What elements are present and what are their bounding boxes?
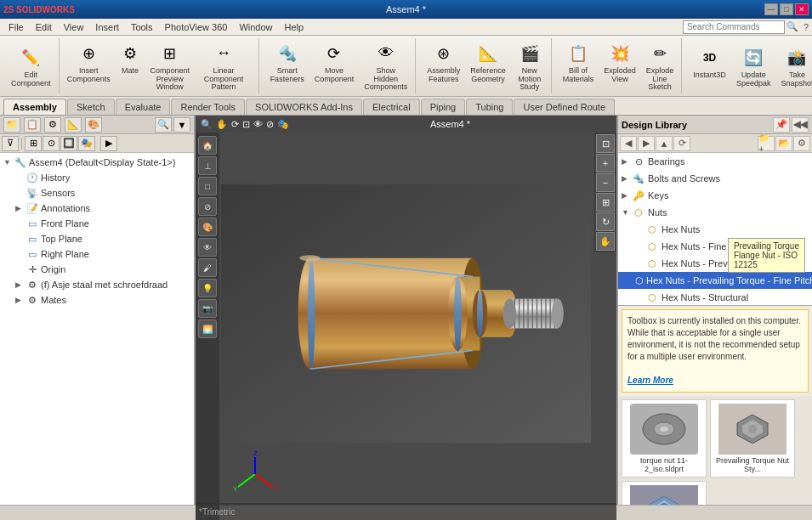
show-hidden-button[interactable]: 👁 ShowHiddenComponents	[360, 37, 412, 95]
tab-solidworks-addins[interactable]: SOLIDWORKS Add-Ins	[246, 99, 362, 115]
search-featuretree-btn[interactable]: 🔍	[155, 117, 172, 133]
feature-tree-root[interactable]: ▼ 🔧 Assem4 (Default<Display State-1>)	[2, 155, 192, 170]
display-manager-btn[interactable]: 🎨	[85, 117, 102, 133]
tab-assembly[interactable]: Assembly	[3, 99, 66, 115]
menu-window[interactable]: Window	[234, 20, 277, 34]
expand-btn[interactable]: ⊞	[25, 136, 42, 151]
close-button[interactable]: ✕	[795, 3, 809, 15]
tab-sketch[interactable]: Sketch	[67, 99, 115, 115]
explode-line-button[interactable]: ✏ ExplodeLineSketch	[642, 37, 679, 95]
dl-settings-btn[interactable]: ⚙	[793, 136, 810, 151]
light-btn[interactable]: 💡	[198, 279, 217, 297]
section-view-icon[interactable]: ⊘	[266, 119, 274, 130]
tab-tubing[interactable]: Tubing	[466, 99, 513, 115]
tab-user-defined-route[interactable]: User Defined Route	[514, 99, 615, 115]
tab-piping[interactable]: Piping	[421, 99, 466, 115]
pan-icon[interactable]: ✋	[216, 119, 228, 130]
appearance-btn-vp[interactable]: 🖌	[198, 258, 217, 277]
display-btn[interactable]: 🎨	[198, 218, 217, 236]
maximize-button[interactable]: □	[780, 3, 793, 15]
linear-pattern-button[interactable]: ↔ Linear ComponentPattern	[193, 37, 255, 95]
appearance-btn[interactable]: 🎭	[78, 136, 95, 151]
home-view-btn[interactable]: 🏠	[198, 136, 217, 155]
learn-more-link[interactable]: Learn More	[627, 376, 673, 385]
feature-origin[interactable]: ✛ Origin	[2, 262, 192, 277]
dl-keys[interactable]: ▶ 🔑 Keys	[618, 187, 812, 204]
dl-up-btn[interactable]: ▲	[656, 136, 673, 151]
take-snapshot-button[interactable]: 📸 TakeSnapshot	[776, 42, 812, 91]
help-icon[interactable]: ?	[803, 22, 809, 32]
menu-help[interactable]: Help	[280, 20, 309, 34]
edit-component-button[interactable]: ✏️ EditComponent	[7, 42, 55, 91]
tab-electrical[interactable]: Electrical	[363, 99, 420, 115]
feature-part[interactable]: ▶ ⚙ (f) Asje staal met schroefdraad	[2, 277, 192, 292]
dl-hex-nuts-prev-fine[interactable]: ⬡ Hex Nuts - Prevailing Torque - Fine Pi…	[618, 272, 812, 289]
update-speedpak-button[interactable]: 🔄 UpdateSpeedpak	[732, 42, 775, 91]
arrow-right-btn[interactable]: ▶	[100, 136, 117, 151]
feature-sensors[interactable]: 📡 Sensors	[2, 185, 192, 201]
display-states-btn[interactable]: 🔲	[60, 136, 77, 151]
dl-back-btn[interactable]: ◀	[620, 136, 637, 151]
dl-hex-nuts-structural[interactable]: ⬡ Hex Nuts - Structural	[618, 289, 812, 306]
smart-fasteners-button[interactable]: 🔩 SmartFasteners	[266, 37, 309, 95]
preview-item-1[interactable]: torque nut 11-2_iso.sldprt	[622, 399, 707, 478]
instant3d-button[interactable]: 3D Instant3D	[689, 42, 730, 91]
view-icon[interactable]: 👁	[253, 119, 263, 130]
panel-collapse-btn[interactable]: ◀◀	[792, 117, 809, 133]
exploded-view-button[interactable]: 💥 ExplodedView	[599, 37, 640, 95]
menu-view[interactable]: View	[59, 20, 89, 34]
feature-manager-btn[interactable]: 📁	[3, 117, 20, 133]
section-btn[interactable]: ⊘	[198, 197, 217, 216]
minimize-button[interactable]: —	[764, 3, 778, 15]
zoom-in-btn[interactable]: +	[596, 154, 615, 172]
camera-btn[interactable]: 📷	[198, 299, 217, 318]
dl-forward-btn[interactable]: ▶	[638, 136, 655, 151]
panel-pin-btn[interactable]: 📌	[773, 117, 790, 133]
rotate-icon[interactable]: ⟳	[231, 119, 239, 130]
menu-insert[interactable]: Insert	[90, 20, 124, 34]
property-manager-btn[interactable]: 📋	[24, 117, 41, 133]
feature-right-plane[interactable]: ▭ Right Plane	[2, 246, 192, 262]
feature-mates[interactable]: ▶ ⚙ Mates	[2, 292, 192, 308]
menu-file[interactable]: File	[3, 20, 29, 34]
feature-annotations[interactable]: ▶ 📝 Annotations	[2, 201, 192, 216]
feature-front-plane[interactable]: ▭ Front Plane	[2, 216, 192, 231]
feature-history[interactable]: 🕐 History	[2, 170, 192, 185]
menu-edit[interactable]: Edit	[31, 20, 57, 34]
view-selector-btn[interactable]: □	[198, 177, 217, 195]
dl-add-location-btn[interactable]: 📁+	[758, 136, 775, 151]
reference-geometry-button[interactable]: 📐 ReferenceGeometry	[466, 37, 510, 95]
assembly-features-button[interactable]: ⊛ AssemblyFeatures	[423, 37, 464, 95]
hide-show-btn[interactable]: 👁	[198, 238, 217, 257]
new-motion-button[interactable]: 🎬 NewMotionStudy	[512, 37, 548, 95]
normal-to-btn[interactable]: ⊥	[198, 156, 217, 175]
component-preview-button[interactable]: ⊞ ComponentPreviewWindow	[149, 37, 191, 95]
display-style-icon[interactable]: 🎭	[277, 119, 289, 130]
insert-components-button[interactable]: ⊕ InsertComponents	[66, 37, 111, 95]
mate-button[interactable]: ⚙ Mate	[113, 37, 147, 95]
zoom-icon[interactable]: 🔍	[201, 119, 213, 130]
tab-evaluate[interactable]: Evaluate	[116, 99, 171, 115]
rotate-view-btn[interactable]: ↻	[596, 212, 615, 231]
menu-photoview[interactable]: PhotoView 360	[160, 20, 233, 34]
viewport[interactable]: 🔍 ✋ ⟳ ⊡ 👁 ⊘ 🎭 Assem4 * 🏠 ⊥ □ ⊘ 🎨 👁 🖌 💡 📷…	[196, 116, 616, 520]
filter-btn[interactable]: ⊽	[2, 136, 19, 151]
dl-nuts[interactable]: ▼ ⬡ Nuts	[618, 204, 812, 221]
pan-view-btn[interactable]: ✋	[596, 232, 615, 251]
fit-all-btn[interactable]: ⊞	[596, 193, 615, 212]
dl-bearings[interactable]: ▶ ⊙ Bearings	[618, 153, 812, 170]
tab-render-tools[interactable]: Render Tools	[171, 99, 245, 115]
preview-item-2[interactable]: Prevailing Torque Nut Sty...	[710, 399, 795, 478]
orient-btn[interactable]: ⊡	[596, 134, 615, 153]
move-component-button[interactable]: ⟳ MoveComponent	[310, 37, 359, 95]
dl-refresh-btn[interactable]: ⟳	[673, 136, 690, 151]
zoom-out-btn[interactable]: −	[596, 173, 615, 192]
zoom-select-btn[interactable]: ⊙	[43, 136, 60, 151]
dl-create-folder-btn[interactable]: 📂	[775, 136, 792, 151]
dl-hex-nuts[interactable]: ⬡ Hex Nuts	[618, 221, 812, 238]
scene-btn[interactable]: 🌅	[198, 319, 217, 338]
fit-icon[interactable]: ⊡	[242, 119, 250, 130]
collapse-btn[interactable]: ▼	[173, 117, 190, 133]
feature-top-plane[interactable]: ▭ Top Plane	[2, 231, 192, 246]
dl-bolts-screws[interactable]: ▶ 🔩 Bolts and Screws	[618, 170, 812, 187]
